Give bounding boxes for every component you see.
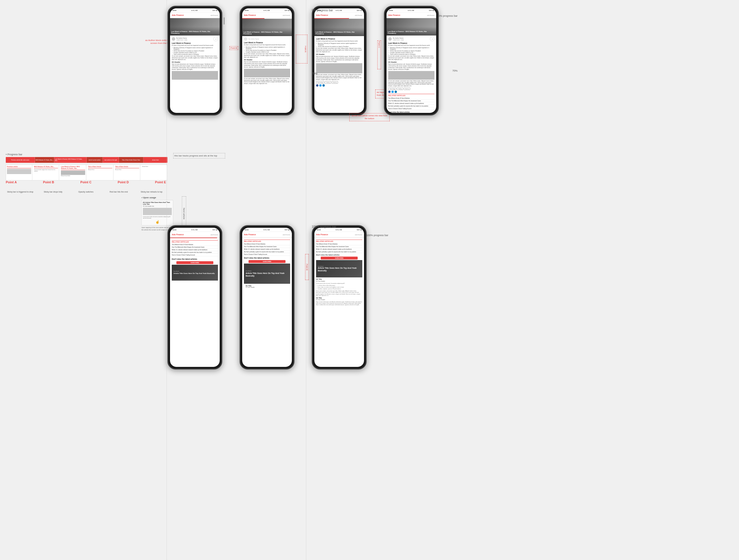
phone-4-status: ●●●● 9:41 AM WiFi ■ <box>387 8 436 12</box>
bottom-nav-3: Ada Finance ada finance <box>314 232 364 238</box>
bottom-screen-3: ●●●● 9:41 AM WiFi ■ Ada Finance ada fina… <box>314 228 364 367</box>
author-annotation: as Author block exits the screen from th… <box>139 39 170 45</box>
subscribe-btn-3[interactable]: SUBSCRIBE <box>321 257 358 260</box>
scroll-thumb <box>224 17 225 24</box>
bottom-nav-link-1[interactable]: ada finance <box>210 234 218 236</box>
segment-5: next article to the right <box>103 157 119 163</box>
next-article-annotation-text: as the next article comes into view from… <box>349 113 390 121</box>
pct-100-right: 100% progress bar <box>312 225 336 228</box>
phone-3-hero: Last Week in Finance – MAS Relaxes VC Ru… <box>314 19 364 36</box>
next-article-preview-1: Next Article Article Title Goes Here On … <box>172 265 218 281</box>
phone-4-content: By Author Name Label here • date ↗ Last … <box>387 35 436 113</box>
bottom-phone-3: 100% progress bar ●●●● 9:41 AM WiFi ■ Ad… <box>312 225 366 370</box>
progress-annotation: this bar tracks progress and sits at the… <box>173 153 225 158</box>
progress-bar-label: • Progress bar <box>6 153 167 156</box>
bottom-nav-1: Ada Finance ada finance <box>170 232 220 238</box>
nav-link[interactable]: ada finance <box>210 14 218 16</box>
author-info-4: By Author Name Label here • date <box>393 37 404 41</box>
next-bullet-3: • Curabitur vulputate, quam ac Pharetra … <box>316 288 362 290</box>
next-bullet-2: • Donec diam est, ultrices at fringilla … <box>316 286 362 288</box>
upon-usage-title: • Upon usage <box>141 196 179 199</box>
progress-detail-row: Previous article MAS Relaxes VC Rules, A… <box>6 164 167 180</box>
gray-image-2 <box>244 69 290 78</box>
facebook-icon-4[interactable] <box>388 91 391 93</box>
next-article-overlay-2: Next Article Article Title Goes Here On … <box>244 264 290 284</box>
point-a-label: Point A <box>296 35 307 63</box>
linkedin-icon[interactable] <box>322 84 325 87</box>
bottom-content-1: RELATED ARTICLES The Different Kinds Of … <box>170 238 220 282</box>
usage-sub: H2 Sub-header two <box>143 205 172 207</box>
facebook-icon[interactable] <box>316 84 318 87</box>
pct-70-right: 70% <box>312 72 317 75</box>
author-row-2: By Author Name <box>244 37 290 41</box>
segment-3: Last Week In Finance: MAS Relaxes VC Rul… <box>54 157 87 163</box>
point-e: Point E <box>155 180 166 184</box>
sticky-d: Red bar hits the end <box>104 190 133 193</box>
nav-link-3[interactable]: ada finance <box>355 14 362 16</box>
bottom-content-3: RELATED ARTICLES The Different Kinds Of … <box>314 238 364 308</box>
phone-4-screen: ●●●● 9:41 AM WiFi ■ Ada Finance ada fina… <box>387 8 436 113</box>
twitter-icon[interactable] <box>319 84 322 87</box>
linkedin-icon-4[interactable] <box>395 91 397 93</box>
bottom-status-3: ●●●● 9:41 AM WiFi ■ <box>314 228 364 232</box>
next-article-overlay-1: Next Article Article Title Goes Here On … <box>172 265 218 281</box>
share-icon[interactable]: ↗ <box>213 37 218 41</box>
segment-6: Title of Next Article Shown Here <box>119 157 143 163</box>
point-b: Point B <box>43 180 54 184</box>
twitter-icon-4[interactable] <box>392 91 394 93</box>
bottom-nav-logo-3: Ada Finance <box>316 234 328 236</box>
bottom-frame-3: ●●●● 9:41 AM WiFi ■ Ada Finance ada fina… <box>312 225 366 370</box>
share-icon-4[interactable]: ↗ <box>430 37 434 41</box>
article-title-overlay-3: Last Week in Finance – MAS Relaxes VC Ru… <box>315 31 363 35</box>
point-b-label: Point B <box>230 46 238 50</box>
phone-3-nav: Ada Finance ada finance <box>314 12 364 18</box>
subscribe-btn-1[interactable]: SUBSCRIBE <box>176 261 213 264</box>
bottom-frame-2: ●●●● 9:41 AM WiFi ■ Ada Finance ada fina… <box>240 225 294 370</box>
pdc-5: Title of Next Article Shown Here <box>114 165 141 180</box>
segment-7: shown here <box>143 157 168 163</box>
pct-70-label: 70% <box>452 69 458 72</box>
avatar <box>172 37 175 41</box>
phone-1-screen: ●●●● 9:41 AM WiFi ■ Ada Finance ada fina… <box>170 8 220 113</box>
segment-4: end of current article <box>87 157 103 163</box>
avatar-4 <box>388 37 392 41</box>
usage-body-text: Lorem ipsum dolor sit amet consectetur a… <box>143 216 172 219</box>
subscribe-btn-2[interactable]: SUBSCRIBE <box>249 260 286 263</box>
tags: Technology Trading Gaming <box>316 81 362 84</box>
newsletter-section: Don't miss the latest articles SUBSCRIBE <box>172 258 218 264</box>
bottom-nav-link-3[interactable]: ada finance <box>355 234 362 236</box>
sticky-b: Sticky bar drops fully <box>39 190 67 193</box>
next-article-hero-3: Next Article Article Title Goes Here On … <box>316 260 362 277</box>
pdc-3: Last Week In Finance: MAS Relaxes VC Rul… <box>60 165 86 180</box>
bottom-status-1: ●●●● 9:41 AM WiFi ■ <box>170 228 220 232</box>
avatar-2 <box>244 37 248 41</box>
sticky-a: Sticky bar is triggered to drop <box>6 190 35 193</box>
phone-4-hero: Last Week in Finance – MAS Relaxes VC Ru… <box>387 18 436 35</box>
nav-logo-2: Ada Finance <box>244 14 256 16</box>
sticky-c: Opacity switches <box>71 190 101 193</box>
right-separator <box>306 0 306 560</box>
nav-link-4[interactable]: ada finance <box>427 14 434 16</box>
tags-4: Technology Trading Gaming <box>388 88 434 90</box>
bottom-phone-1: ●●●● 9:41 AM WiFi ■ Ada Finance ada fina… <box>167 225 222 370</box>
phone-1-status: ●●●● 9:41 AM WiFi ■ <box>170 8 220 12</box>
bottom-screen-1: ●●●● 9:41 AM WiFi ■ Ada Finance ada fina… <box>170 228 220 367</box>
next-overlay-3: Next Article Article Title Goes Here On … <box>316 260 362 277</box>
phone-2-screen: ●●●● 9:41 AM WiFi ■ Ada Finance ada fina… <box>242 8 292 113</box>
nav-link-2[interactable]: ada finance <box>283 14 290 16</box>
pdc-2: MAS Relaxes VC Rules, Abc... Current art… <box>33 165 59 180</box>
pdc-4: Title of Next Article Shown Here <box>87 165 114 180</box>
bottom-nav-link-2[interactable]: ada finance <box>283 234 290 236</box>
pct-0-label: 0% progress bar <box>439 14 458 17</box>
sticky-descriptions: Sticky bar is triggered to drop Sticky b… <box>6 190 166 193</box>
gray-image <box>172 71 218 80</box>
newsletter-section-2: Don't miss the latest articles SUBSCRIBE <box>244 257 290 263</box>
author-row: By Author Name Label here • date ↗ <box>172 37 218 41</box>
phone-1-nav: Ada Finance ada finance <box>170 12 220 18</box>
scroll-track <box>224 17 225 40</box>
segment-2: MAS Relaxes VC Rules, Abc... <box>35 157 54 163</box>
article-title-overlay: Last Week in Finance – MAS Relaxes VC Ru… <box>171 31 218 34</box>
point-a: Point A <box>6 180 17 184</box>
bottom-frame-1: ●●●● 9:41 AM WiFi ■ Ada Finance ada fina… <box>167 225 222 370</box>
phones-row-top: ●●●● 9:41 AM WiFi ■ Ada Finance ada fina… <box>167 6 439 116</box>
